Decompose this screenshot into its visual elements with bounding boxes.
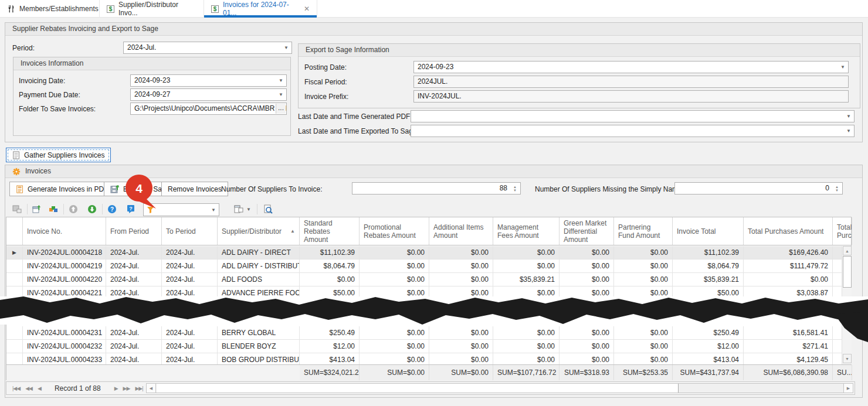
grid-cell[interactable]: 2024-Jul.: [162, 260, 218, 272]
grid-cell[interactable]: $0.00: [493, 340, 560, 353]
grid-column-header[interactable]: From Period: [106, 217, 162, 245]
grid-cell[interactable]: INV-2024JUL.00004221: [23, 286, 106, 299]
table-row[interactable]: INV-2024JUL.000042192024-Jul.2024-Jul.AD…: [6, 260, 851, 273]
toolbar-help-icon[interactable]: ?: [106, 203, 118, 216]
grid-cell[interactable]: $0.00: [560, 246, 614, 259]
grid-cell[interactable]: $0.00: [429, 246, 493, 259]
scroll-right-icon[interactable]: ▶: [843, 384, 853, 393]
grid-cell[interactable]: $0.00: [614, 353, 673, 364]
grid-column-header[interactable]: To Period: [162, 217, 218, 245]
grid-cell[interactable]: INV-2024JUL.00004232: [23, 340, 106, 353]
grid-cell[interactable]: $0.00: [360, 246, 429, 259]
grid-cell[interactable]: $3,038.87: [744, 286, 833, 299]
grid-cell[interactable]: $271.41: [744, 340, 833, 353]
grid-cell[interactable]: INV-2024JUL.00004231: [23, 326, 106, 339]
toolbar-layout-icon[interactable]: [232, 203, 245, 216]
grid-cell[interactable]: INV-2024JUL.00004219: [23, 260, 106, 272]
grid-cell[interactable]: $111,479.72: [744, 260, 833, 272]
grid-column-header[interactable]: Green Market Differential Amount: [560, 217, 614, 245]
grid-cell[interactable]: $0.00: [493, 286, 560, 299]
grid-cell[interactable]: INV-2024JUL.00004220: [23, 273, 106, 286]
grid-cell[interactable]: $0.00: [360, 273, 429, 286]
grid-cell[interactable]: 2024-Jul.: [106, 300, 162, 313]
grid-cell[interactable]: $4,129.45: [744, 353, 833, 364]
grid-cell[interactable]: BOB GROUP DISTRIBUT...: [218, 353, 300, 364]
grid-cell[interactable]: $0.00: [493, 353, 560, 364]
grid-cell[interactable]: $0.00: [560, 340, 614, 353]
spinner-arrows-icon[interactable]: ▲▼: [833, 183, 841, 194]
close-icon[interactable]: ✕: [304, 5, 310, 13]
grid-cell[interactable]: ADL DAIRY - DISTRIBUT...: [218, 260, 300, 272]
tab-invoices-for-period[interactable]: $ Invoices for 2024-07-01... ✕: [204, 0, 317, 18]
grid-cell[interactable]: $0.00: [614, 326, 673, 339]
grid-cell[interactable]: 2024-Jul.: [162, 353, 218, 364]
grid-cell[interactable]: 2024-Jul.: [106, 326, 162, 339]
grid-cell[interactable]: $0.00: [300, 273, 360, 286]
grid-cell[interactable]: $0.00: [493, 326, 560, 339]
gather-suppliers-invoices-button[interactable]: Gather Suppliers Invoices: [6, 148, 111, 162]
grid-cell[interactable]: 2024-Jul.: [106, 260, 162, 272]
grid-cell[interactable]: $0.00: [429, 286, 493, 299]
grid-cell[interactable]: 2024-Jul.: [106, 340, 162, 353]
grid-cell[interactable]: $250.49: [673, 326, 744, 339]
grid-cell[interactable]: $0.00: [429, 340, 493, 353]
grid-column-header[interactable]: Promotional Rebates Amount: [360, 217, 429, 245]
grid-column-header[interactable]: Partnering Fund Amount: [614, 217, 673, 245]
generate-invoices-pdf-button[interactable]: Generate Invoices in PDF: [9, 182, 114, 196]
posting-date-combo[interactable]: 2024-09-23 ▼: [413, 61, 849, 73]
grid-cell[interactable]: 2024-Jul.: [106, 246, 162, 259]
grid-cell[interactable]: 2024-Jul.: [162, 326, 218, 339]
grid-cell[interactable]: $413.04: [673, 353, 744, 364]
scroll-up-icon[interactable]: ▲: [843, 246, 852, 255]
grid-cell[interactable]: $0.00: [560, 286, 614, 299]
grid-cell[interactable]: $11,102.39: [673, 246, 744, 259]
grid-cell[interactable]: $0.00: [493, 260, 560, 272]
suppliers-to-invoice-spinner[interactable]: 88 ▲▼: [352, 182, 521, 195]
scrollbar-thumb[interactable]: [843, 256, 852, 288]
scroll-left-icon[interactable]: ◀: [147, 384, 156, 393]
grid-cell[interactable]: $50.00: [673, 286, 744, 299]
grid-cell[interactable]: $0.00: [360, 260, 429, 272]
grid-cell[interactable]: $50.00: [300, 286, 360, 299]
grid-cell[interactable]: $413.04: [300, 353, 360, 364]
grid-cell[interactable]: BLENDER BOYZ: [218, 340, 300, 353]
toolbar-tooltip-help-icon[interactable]: ?: [124, 203, 137, 216]
table-row[interactable]: ▶INV-2024JUL.000042182024-Jul.2024-Jul.A…: [6, 246, 851, 260]
grid-cell[interactable]: $0.00: [360, 300, 429, 313]
grid-cell[interactable]: INV-2024JUL.00004218: [23, 246, 106, 259]
toolbar-move-up-icon[interactable]: [67, 203, 80, 216]
nav-next-icon[interactable]: ▶: [114, 385, 118, 391]
browse-button[interactable]: ...: [276, 104, 286, 114]
nav-prev-icon[interactable]: ◀: [38, 385, 41, 391]
grid-cell[interactable]: $0.00: [429, 353, 493, 364]
grid-cell[interactable]: $0.00: [673, 300, 744, 313]
grid-cell[interactable]: $0.00: [360, 326, 429, 339]
grid-cell[interactable]: 2024-Jul.: [162, 273, 218, 286]
toolbar-new-window-icon[interactable]: [30, 203, 43, 216]
last-exported-sage-combo[interactable]: ▼: [411, 125, 855, 137]
grid-cell[interactable]: $0.00: [429, 273, 493, 286]
grid-cell[interactable]: $0.00: [360, 286, 429, 299]
grid-cell[interactable]: ADL DAIRY - DIRECT: [218, 246, 300, 259]
grid-cell[interactable]: $0.00: [614, 260, 673, 272]
horizontal-scrollbar[interactable]: ◀ ▶: [146, 383, 853, 393]
filter-combo[interactable]: ▼: [143, 203, 219, 216]
toolbar-color-panels-icon[interactable]: [47, 203, 60, 216]
grid-cell[interactable]: $0.00: [429, 260, 493, 272]
grid-cell[interactable]: $0.00: [614, 273, 673, 286]
grid-cell[interactable]: ... FOODS IM...: [218, 300, 300, 313]
table-row[interactable]: INV-2024JUL.000042332024-Jul.2024-Jul.BO…: [6, 353, 851, 364]
grid-cell[interactable]: $0.00: [560, 300, 614, 313]
grid-cell[interactable]: 2024-Jul.: [162, 246, 218, 259]
grid-cell[interactable]: $35,839.21: [673, 273, 744, 286]
nav-last-icon[interactable]: ▶▶|: [135, 385, 143, 391]
folder-input[interactable]: G:\Projects\Unipco\Documents\ACCRA\MBR D…: [130, 103, 287, 115]
spinner-arrows-icon[interactable]: ▲▼: [511, 183, 519, 194]
grid-cell[interactable]: 2024-Jul.: [162, 286, 218, 299]
grid-cell[interactable]: $0.00: [744, 273, 833, 286]
grid-cell[interactable]: $0.00: [493, 300, 560, 313]
grid-cell[interactable]: 2024-Jul.: [106, 286, 162, 299]
grid-cell[interactable]: $0.00: [560, 326, 614, 339]
grid-cell[interactable]: ADVANCE PIERRE FOOD...: [218, 286, 300, 299]
grid-cell[interactable]: $8,064.79: [300, 260, 360, 272]
